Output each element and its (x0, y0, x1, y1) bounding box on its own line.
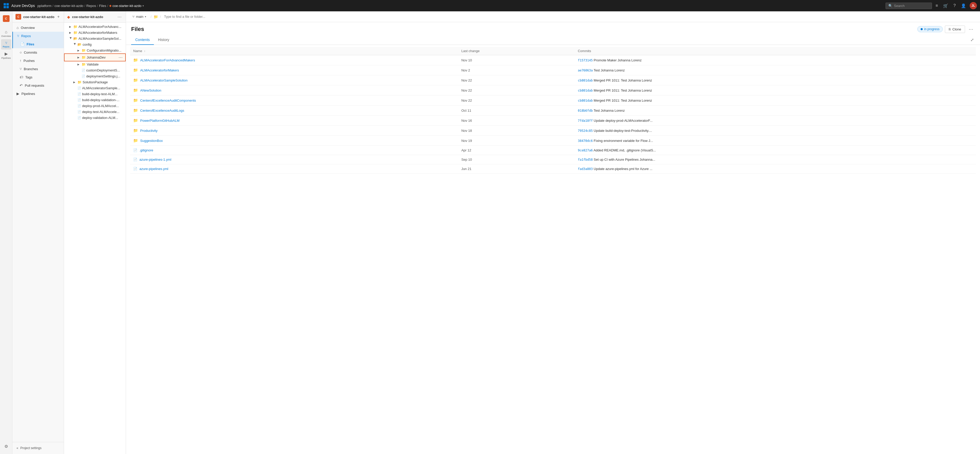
file-name[interactable]: azure-pipelines-1.yml (139, 158, 172, 162)
tree-more-btn[interactable]: ⋯ (116, 14, 123, 20)
breadcrumb-files[interactable]: Files (99, 4, 106, 8)
commit-hash-link[interactable]: fa1fbd58 (578, 158, 593, 162)
tree-item-alm-makers[interactable]: ▶ 📁 ALMAcceleratorforMakers (64, 30, 126, 36)
table-row[interactable]: 📄 .gitignore Apr 12 9ce827a6 Added READM… (130, 146, 976, 155)
sidebar-link-repos[interactable]: ⑂ Repos (13, 32, 64, 40)
sidebar-link-tags[interactable]: 🏷 Tags (13, 73, 64, 81)
file-name[interactable]: ALMAcceleratorSampleSolution (140, 78, 188, 82)
commit-hash-link[interactable]: 38470dc6 (578, 139, 593, 143)
branch-selector[interactable]: ⑂ main ▾ (130, 13, 148, 20)
breadcrumb-pplatform[interactable]: pplatform (37, 4, 51, 8)
project-more-btn[interactable]: + (56, 14, 60, 20)
commit-hash-link[interactable]: fad3a803 (578, 167, 593, 171)
file-name[interactable]: SuggestionBox (140, 139, 163, 143)
app-logo[interactable]: Azure DevOps (3, 3, 35, 9)
table-row[interactable]: 📁 CenterofExcellenceAuditLogs Oct 11 018… (130, 105, 976, 116)
path-input[interactable] (163, 14, 976, 19)
tree-item-build-deploy-test[interactable]: ▶ 📄 build-deploy-test-ALM... (64, 91, 126, 97)
file-name-cell[interactable]: 📁 CenterofExcellenceAuditLogs (130, 105, 458, 116)
file-name[interactable]: PowerPlatformGitHubALM (140, 119, 180, 122)
expand-button[interactable]: ⤢ (969, 37, 975, 43)
sidebar-item-pipelines[interactable]: ▶ Pipelines (1, 50, 11, 60)
commit-hash-link[interactable]: 79524c85 (578, 129, 593, 133)
file-name[interactable]: .gitignore (139, 148, 153, 152)
file-name-cell[interactable]: 📁 ANewSolution (130, 86, 458, 95)
user-avatar[interactable]: JL (970, 2, 977, 9)
tree-item-johannadev[interactable]: ▶ 📁 JohannaDev ⋯ (64, 53, 126, 61)
tree-item-deploysettings[interactable]: ▶ 📄 deploymentSettings.j... (64, 73, 126, 79)
tree-item-confmig[interactable]: ▶ 📁 ConfigurationMigratio... (64, 48, 126, 53)
list-icon-btn[interactable]: ≡ (934, 2, 939, 9)
breadcrumb-repos[interactable]: Repos (86, 4, 96, 8)
tree-item-validate[interactable]: ▶ 📁 Validate (64, 61, 126, 67)
table-row[interactable]: 📁 SuggestionBox Nov 19 38470dc6 Fixing e… (130, 136, 976, 146)
file-name-cell[interactable]: 📁 PowerPlatformGitHubALM (130, 116, 458, 125)
breadcrumb-coe[interactable]: coe-starter-kit-azdo (54, 4, 83, 8)
sidebar-link-pipelines[interactable]: ▶ Pipelines (13, 89, 64, 98)
file-name[interactable]: CenterofExcellenceAuditComponents (140, 98, 196, 102)
sidebar-link-files[interactable]: 📄 Files (13, 40, 64, 48)
table-row[interactable]: 📁 ALMAcceleratorSampleSolution Nov 22 cb… (130, 75, 976, 86)
commit-hash-link[interactable]: ae76063a (578, 68, 593, 72)
tree-item-solpkg[interactable]: ▶ 📁 SolutionPackage (64, 79, 126, 85)
more-actions-button[interactable]: ⋯ (967, 25, 975, 33)
tab-contents[interactable]: Contents (131, 35, 154, 45)
tree-item-deploy-prod[interactable]: ▶ 📄 deploy-prod-ALMAccel... (64, 103, 126, 109)
file-name[interactable]: ALMAcceleratorforMakers (140, 68, 179, 72)
file-name-cell[interactable]: 📁 ALMAcceleratorSampleSolution (130, 75, 458, 86)
tab-history[interactable]: History (154, 35, 173, 45)
tree-item-almaccelsample[interactable]: ▶ 📄 ALMAcceleratorSample... (64, 85, 126, 91)
tree-item-customdeploy[interactable]: ▶ 📄 customDeploymentS... (64, 67, 126, 73)
sidebar-item-settings[interactable]: ⚙ (1, 441, 11, 451)
table-row[interactable]: 📁 Productivity Nov 18 79524c85 Update bu… (130, 125, 976, 136)
tree-item-deploy-test[interactable]: ▶ 📄 deploy-test-ALMAccele... (64, 109, 126, 115)
tree-item-alm-adv[interactable]: ▶ 📁 ALMAcceleratorForAdvanc... (64, 24, 126, 30)
sidebar-link-pullrequests[interactable]: ↶ Pull requests (13, 81, 64, 89)
file-name-cell[interactable]: 📄 azure-pipelines.yml (130, 164, 458, 174)
file-name-cell[interactable]: 📁 SuggestionBox (130, 136, 458, 146)
commit-hash-link[interactable]: cb801dab (578, 99, 593, 102)
sidebar-item-repos[interactable]: ⑂ Repos (1, 39, 11, 49)
clone-button[interactable]: ⎘ Clone (945, 25, 965, 33)
sidebar-item-org[interactable]: C (1, 13, 11, 24)
tree-item-config[interactable]: ▶ 📂 config (64, 41, 126, 48)
file-name-cell[interactable]: 📄 .gitignore (130, 146, 458, 155)
file-name[interactable]: azure-pipelines.yml (139, 167, 168, 171)
johannadev-more-btn[interactable]: ⋯ (118, 54, 124, 60)
file-name[interactable]: CenterofExcellenceAuditLogs (140, 109, 185, 113)
file-name[interactable]: Productivity (140, 129, 158, 133)
commit-hash-link[interactable]: 9ce827a6 (578, 149, 593, 152)
user-icon-btn[interactable]: 👤 (959, 2, 967, 9)
table-row[interactable]: 📄 azure-pipelines-1.yml Sep 10 fa1fbd58 … (130, 155, 976, 164)
commit-hash-link[interactable]: cb801dab (578, 89, 593, 92)
table-row[interactable]: 📁 ALMAcceleratorforMakers Nov 2 ae76063a… (130, 65, 976, 75)
file-name[interactable]: ALMAcceleratorForAdvancedMakers (140, 58, 195, 62)
commit-hash-link[interactable]: 018b6fdb (578, 109, 593, 113)
tree-item-build-deploy-val[interactable]: ▶ 📄 build-deploy-validation-... (64, 97, 126, 103)
sidebar-item-overview[interactable]: ⌂ Overview (1, 29, 11, 39)
tree-item-deploy-validation[interactable]: ▶ 📄 deploy-validation-ALM... (64, 115, 126, 121)
table-row[interactable]: 📁 CenterofExcellenceAuditComponents Nov … (130, 95, 976, 105)
sidebar-link-commits[interactable]: ○ Commits (13, 48, 64, 57)
search-input[interactable] (894, 4, 928, 8)
file-name-cell[interactable]: 📁 ALMAcceleratorForAdvancedMakers (130, 55, 458, 65)
commit-hash-link[interactable]: 7fda18ff (578, 119, 593, 122)
sidebar-link-settings[interactable]: « Project settings (13, 444, 64, 452)
table-row[interactable]: 📁 ALMAcceleratorForAdvancedMakers Nov 10… (130, 55, 976, 65)
table-row[interactable]: 📁 ANewSolution Nov 22 cb801dab Merged PR… (130, 86, 976, 95)
tree-item-alm-sample[interactable]: ▶ 📂 ALMAcceleratorSampleSol... (64, 36, 126, 41)
file-name-cell[interactable]: 📄 azure-pipelines-1.yml (130, 155, 458, 164)
file-name-cell[interactable]: 📁 Productivity (130, 125, 458, 136)
table-row[interactable]: 📁 PowerPlatformGitHubALM Nov 16 7fda18ff… (130, 116, 976, 125)
file-name-cell[interactable]: 📁 CenterofExcellenceAuditComponents (130, 95, 458, 105)
help-icon-btn[interactable]: ? (952, 2, 957, 9)
commit-hash-link[interactable]: cb801dab (578, 79, 593, 82)
file-name[interactable]: ANewSolution (140, 89, 161, 92)
sidebar-link-branches[interactable]: ⑂ Branches (13, 65, 64, 73)
cart-icon-btn[interactable]: 🛒 (942, 2, 950, 9)
sidebar-link-pushes[interactable]: ↑ Pushes (13, 57, 64, 65)
table-row[interactable]: 📄 azure-pipelines.yml Jun 21 fad3a803 Up… (130, 164, 976, 174)
sidebar-link-overview[interactable]: ⌂ Overview (13, 24, 64, 32)
search-box[interactable]: 🔍 (886, 3, 932, 9)
commit-hash-link[interactable]: f1573145 (578, 59, 593, 62)
